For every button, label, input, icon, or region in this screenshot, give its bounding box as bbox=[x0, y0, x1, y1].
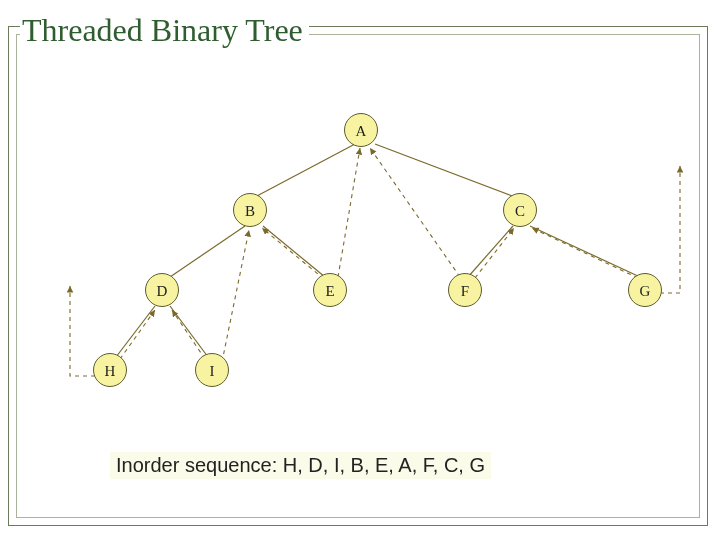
inorder-caption: Inorder sequence: H, D, I, B, E, A, F, C… bbox=[110, 452, 491, 479]
svg-line-4 bbox=[468, 226, 513, 277]
tree-node-I: I bbox=[195, 353, 229, 387]
svg-line-5 bbox=[530, 226, 640, 277]
tree-node-A: A bbox=[344, 113, 378, 147]
svg-line-2 bbox=[170, 226, 245, 277]
svg-line-0 bbox=[255, 144, 355, 197]
tree-node-E: E bbox=[313, 273, 347, 307]
tree-node-D: D bbox=[145, 273, 179, 307]
slide-title: Threaded Binary Tree bbox=[20, 12, 309, 49]
tree-node-H: H bbox=[93, 353, 127, 387]
tree-diagram: A B C D E F G H I bbox=[30, 96, 690, 396]
svg-line-1 bbox=[375, 144, 515, 197]
tree-node-F: F bbox=[448, 273, 482, 307]
svg-line-3 bbox=[263, 226, 325, 277]
svg-line-7 bbox=[170, 306, 208, 357]
svg-line-6 bbox=[116, 306, 155, 357]
tree-node-G: G bbox=[628, 273, 662, 307]
tree-node-B: B bbox=[233, 193, 267, 227]
tree-node-C: C bbox=[503, 193, 537, 227]
